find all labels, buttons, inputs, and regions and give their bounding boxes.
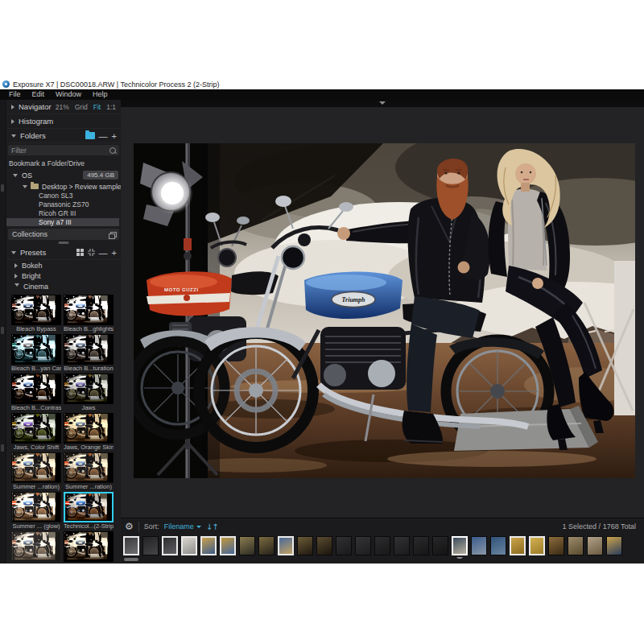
filmstrip-thumbnail[interactable] (336, 536, 352, 555)
filmstrip-thumbnail[interactable] (278, 536, 294, 555)
sort-dropdown[interactable]: Filename (164, 522, 201, 530)
folder-path-row[interactable]: Desktop > Review samples (6, 181, 121, 192)
filmstrip-thumbnail[interactable] (200, 536, 217, 555)
preset-cell[interactable]: Jaws, Color Shift (11, 413, 61, 452)
zoom-control[interactable]: 21% (56, 103, 69, 111)
menu-item[interactable]: Window (50, 89, 87, 100)
filmstrip-thumbnail[interactable] (239, 536, 255, 555)
chevron-down-icon (13, 174, 18, 177)
menu-item[interactable]: File (3, 89, 27, 100)
panel-splitter[interactable] (6, 240, 121, 246)
folder-filter-input[interactable] (11, 147, 109, 155)
filmstrip-thumbnail[interactable] (181, 536, 197, 555)
histogram-panel-header[interactable]: Histogram (6, 114, 121, 129)
zoom-control[interactable]: Grid (75, 103, 88, 111)
preset-cell[interactable]: Bleach B...turation (64, 334, 114, 374)
remove-preset-button[interactable]: — (99, 249, 108, 257)
collections-button[interactable]: Collections (8, 229, 119, 240)
preset-cell[interactable]: Bleach B...Contrast (11, 374, 61, 413)
filmstrip-thumbnail[interactable] (394, 536, 410, 555)
folders-label: Folders (20, 131, 46, 140)
filmstrip (121, 536, 644, 559)
bookmark-folder-link[interactable]: Bookmark a Folder/Drive (6, 157, 121, 169)
zoom-control[interactable]: 1:1 (106, 103, 116, 111)
preset-group[interactable]: Cinema (6, 281, 121, 291)
menu-item[interactable]: Help (87, 89, 114, 100)
filmstrip-thumbnail[interactable] (355, 536, 371, 555)
preset-label: Bleach B...turation (64, 365, 114, 373)
navigator-label: Navigator (19, 102, 52, 111)
preset-thumbnail (64, 452, 114, 483)
presets-panel-header[interactable]: Presets — + (6, 246, 121, 260)
preset-cell[interactable]: Summer ...ration) (64, 452, 114, 492)
subfolder-item[interactable]: Panasonic ZS70 (6, 200, 119, 208)
panel-edge-handle[interactable] (1, 327, 4, 334)
chevron-icon (14, 274, 18, 279)
preset-cell[interactable]: Bleach Bypass (11, 295, 61, 334)
gear-icon[interactable]: ⚙ (125, 519, 134, 534)
divider (138, 522, 139, 532)
filmstrip-scrollbar[interactable] (124, 558, 138, 561)
drive-row-os[interactable]: OS 495.4 GB (6, 169, 121, 181)
filmstrip-thumbnail[interactable] (606, 536, 622, 555)
filmstrip-thumbnail[interactable] (529, 536, 545, 555)
preset-cell[interactable]: Technico.... - Faded (11, 531, 61, 564)
filmstrip-thumbnail[interactable] (587, 536, 603, 555)
add-preset-button[interactable]: + (112, 249, 117, 257)
filmstrip-thumbnail[interactable] (490, 536, 506, 555)
chevron-down-icon (196, 526, 201, 528)
preset-group[interactable]: Bokeh (6, 260, 121, 270)
panel-edge-handle[interactable] (1, 444, 4, 452)
preset-cell[interactable]: Jaws (64, 374, 114, 413)
filmstrip-thumbnail[interactable] (162, 536, 178, 555)
filmstrip-thumbnail[interactable] (142, 536, 159, 555)
subfolder-item[interactable]: Ricoh GR III (6, 209, 119, 217)
filmstrip-thumbnail[interactable] (316, 536, 332, 555)
panel-edge-handle[interactable] (1, 184, 4, 192)
chevron-icon (14, 263, 18, 268)
grid-view-icon[interactable] (76, 249, 84, 256)
filmstrip-thumbnail[interactable] (258, 536, 275, 555)
sort-direction-icon[interactable]: ↓↑ (206, 522, 218, 531)
preset-label: Technico...cratched (64, 562, 114, 564)
add-folder-button[interactable]: + (112, 132, 117, 140)
filmstrip-thumbnail[interactable] (471, 536, 487, 555)
preset-cell[interactable]: Technicol...(2-Strip) (64, 492, 114, 531)
preset-cell[interactable]: Summer ...ration) (11, 452, 61, 492)
filmstrip-thumbnail[interactable] (568, 536, 584, 555)
preset-label: Bleach Bypass (11, 325, 61, 333)
subfolder-item[interactable]: Sony a7 III (6, 218, 119, 226)
main-photo[interactable] (134, 143, 635, 478)
sync-folder-icon[interactable] (85, 132, 95, 139)
preset-cell[interactable]: Jaws, Orange Skin (64, 413, 114, 452)
filmstrip-thumbnail[interactable] (297, 536, 313, 555)
filmstrip-thumbnail[interactable] (548, 536, 564, 555)
filmstrip-thumbnail[interactable] (220, 536, 236, 555)
collapse-all-icon[interactable] (88, 249, 95, 256)
preset-cell[interactable]: Technico...cratched (64, 531, 114, 564)
subfolder-item[interactable]: Canon SL3 (6, 192, 119, 200)
folders-panel-header[interactable]: Folders — + (6, 129, 121, 143)
image-canvas: ⚙ Sort: Filename ↓↑ 1 Selected / 1768 To… (121, 100, 644, 564)
filmstrip-thumbnail[interactable] (432, 536, 448, 555)
preset-label: Jaws (64, 404, 114, 412)
collapse-panel-handle[interactable] (379, 101, 386, 105)
filmstrip-thumbnail[interactable] (452, 536, 468, 555)
filmstrip-thumbnail[interactable] (123, 536, 139, 555)
preset-label: Summer ...ration) (11, 483, 61, 491)
menu-item[interactable]: Edit (27, 89, 51, 100)
app-window: Exposure X7 | DSC00018.ARW | Technicolor… (0, 79, 644, 564)
preset-cell[interactable]: Summer ... (glow) (11, 492, 61, 531)
navigator-panel-header[interactable]: Navigator 21% Grid Fit 1:1 (6, 100, 121, 114)
preset-thumbnail (64, 334, 114, 365)
filmstrip-thumbnail[interactable] (510, 536, 526, 555)
filmstrip-thumbnail[interactable] (413, 536, 429, 555)
preset-cell[interactable]: Bleach B...ghlights (64, 295, 114, 334)
preset-thumbnail (11, 452, 61, 483)
preset-group[interactable]: Bright (6, 270, 121, 281)
zoom-control[interactable]: Fit (93, 103, 101, 111)
preset-thumbnail (11, 374, 61, 404)
preset-cell[interactable]: Bleach B...yan Cast (11, 334, 61, 374)
remove-folder-button[interactable]: — (99, 132, 108, 140)
filmstrip-thumbnail[interactable] (374, 536, 390, 555)
